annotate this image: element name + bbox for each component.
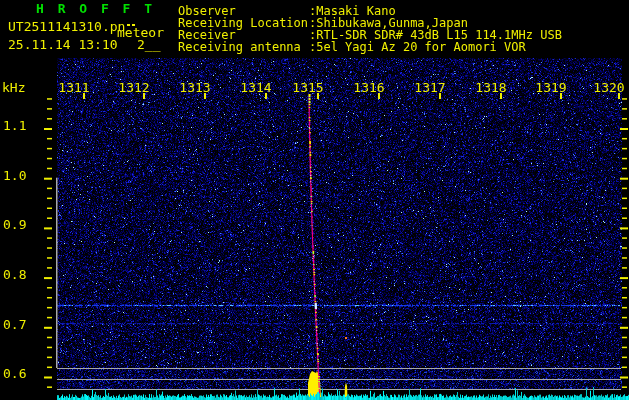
time-tick-label: 1319 (535, 82, 566, 94)
time-tick-label: 1320 (593, 82, 624, 94)
echo-count: 2__ (137, 39, 160, 51)
time-tick-label: 1313 (179, 82, 210, 94)
time-tick-label: 1315 (292, 82, 323, 94)
text-artifact (127, 24, 130, 26)
antenna-value: :5el Yagi Az 20 for Aomori VOR (309, 41, 526, 53)
freq-tick-label: 0.8 (3, 269, 26, 281)
time-tick-label: 1317 (414, 82, 445, 94)
app-title: H R O F F T (36, 3, 155, 15)
freq-tick-label: 0.7 (3, 319, 26, 331)
freq-tick-label: 1.1 (3, 120, 26, 132)
antenna-label: Receiving antenna (178, 41, 301, 53)
spectrogram-plot-canvas (0, 0, 629, 400)
time-tick-label: 1312 (118, 82, 149, 94)
output-filename: UT2511141310.pn (8, 21, 125, 33)
time-tick-label: 1311 (58, 82, 89, 94)
time-tick-label: 1314 (240, 82, 271, 94)
time-tick-label: 1318 (475, 82, 506, 94)
freq-tick-label: 0.9 (3, 219, 26, 231)
datetime-label: 25.11.14 13:10 (8, 39, 118, 51)
freq-tick-label: 0.6 (3, 368, 26, 380)
time-tick-label: 1316 (353, 82, 384, 94)
hrofft-spectrogram-screenshot: H R O F F T UT2511141310.pn meteor 25.11… (0, 0, 629, 400)
freq-tick-label: 1.0 (3, 170, 26, 182)
text-artifact (132, 24, 135, 26)
freq-unit-label: kHz (2, 82, 25, 94)
